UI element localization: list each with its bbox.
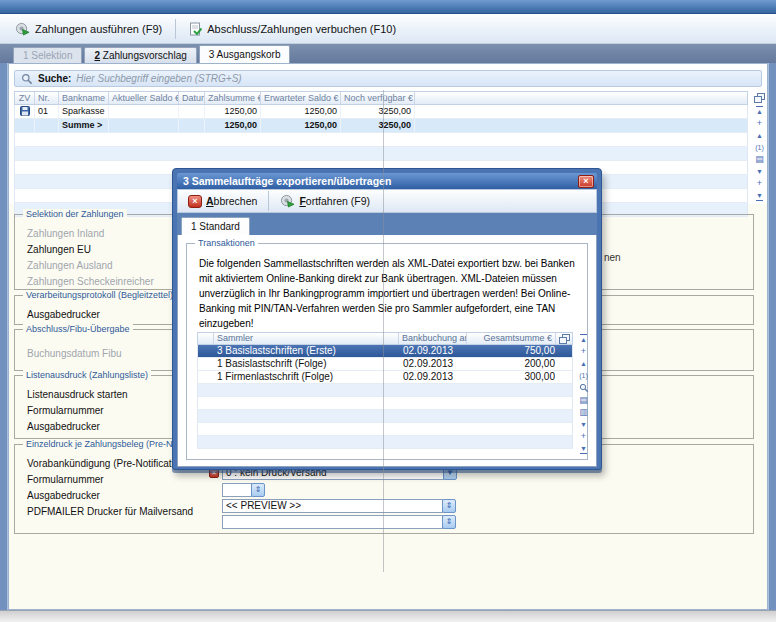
window-titlebar: [0, 0, 776, 14]
dialog-message: Die folgenden Sammellastschriften werden…: [187, 244, 587, 337]
vertical-divider-line: [383, 90, 384, 572]
empty-row: [197, 436, 573, 449]
format-icon[interactable]: ▤: [755, 155, 764, 164]
col-bankbuchung[interactable]: Bankbuchung am: [399, 333, 467, 344]
window-frame-left: [0, 63, 8, 610]
table-sum-row[interactable]: Summe > 1250,00 1250,00 3250,00: [14, 119, 748, 133]
grid-nav-strip: ▲ + ▲ (1) ▤ ▼ + ▼: [753, 93, 766, 201]
red-x-icon: ×: [188, 195, 202, 208]
cancel-button[interactable]: × Abbrechen: [182, 193, 263, 210]
group-title: Listenausdruck (Zahlungsliste): [23, 370, 151, 380]
execute-payments-button[interactable]: Zahlungen ausführen (F9): [7, 19, 170, 39]
partial-hidden-label: nen: [604, 252, 621, 263]
group-title: Verarbeitungsprotokoll (Begleitzettel): [23, 290, 176, 300]
table-row[interactable]: 3 Basislastschriften (Erste) 02.09.2013 …: [197, 345, 573, 358]
export-dialog: 3 Sammelaufträge exportieren/übertragen …: [172, 168, 602, 470]
toolbar-separator: [175, 19, 176, 39]
first-row-icon[interactable]: ▲: [580, 334, 587, 344]
insert-row-icon[interactable]: +: [581, 347, 586, 356]
last-row-icon[interactable]: ▼: [580, 444, 587, 454]
copy-pages-icon[interactable]: [556, 333, 572, 344]
close-icon[interactable]: ×: [578, 175, 594, 188]
group-title: Transaktionen: [195, 238, 258, 248]
first-row-icon[interactable]: ▲: [756, 106, 763, 116]
tab-standard[interactable]: 1 Standard: [181, 217, 250, 235]
main-tabstrip: 1 Selektion 2 Zahlungsvorschlag 3 Ausgan…: [0, 44, 776, 63]
search-bar[interactable]: Suche: Hier Suchbegriff eingeben (STRG+S…: [14, 70, 762, 87]
empty-row: [197, 423, 573, 436]
col-erwarteter-saldo[interactable]: Erwarteter Saldo €: [261, 92, 341, 104]
post-payments-button[interactable]: Abschluss/Zahlungen verbuchen (F10): [181, 19, 404, 39]
grid-nav-strip: ▲ + ▲ (1) ▤ ▥ ▼ + ▼: [577, 334, 590, 454]
magnifier-icon: [21, 73, 33, 85]
table-header-row[interactable]: Sammler Bankbuchung am Gesamtsumme €: [197, 332, 573, 345]
empty-row: [197, 410, 573, 423]
ausgabedrucker-combobox[interactable]: << PREVIEW >>: [222, 499, 443, 513]
group-transaktionen: Transaktionen Die folgenden Sammellastsc…: [186, 243, 588, 460]
continue-label: Fortfahren (F9): [299, 195, 370, 207]
tab-selektion[interactable]: 1 Selektion: [13, 47, 82, 63]
col-aktueller-saldo[interactable]: Aktueller Saldo €: [109, 92, 179, 104]
last-row-icon[interactable]: ▼: [756, 191, 763, 201]
dialog-panel: Transaktionen Die folgenden Sammellastsc…: [177, 235, 597, 467]
row-down-icon[interactable]: ▼: [580, 420, 587, 429]
tab-ausgangskorb[interactable]: 3 Ausgangskorb: [199, 45, 291, 63]
application-window: Zahlungen ausführen (F9) Abschluss/Zahlu…: [0, 0, 776, 622]
spinner-button[interactable]: ⇕: [251, 483, 265, 497]
single-record-icon[interactable]: (1): [755, 143, 764, 152]
spinner-button[interactable]: ⇕: [442, 515, 456, 529]
col-noch-verfuegbar[interactable]: Noch verfügbar €: [341, 92, 415, 104]
window-frame-right: [768, 63, 776, 610]
search-input[interactable]: Hier Suchbegriff eingeben (STRG+S): [76, 73, 241, 84]
page-check-icon: [189, 22, 202, 36]
dialog-toolbar: × Abbrechen Fortfahren (F9): [177, 189, 597, 213]
row-up-icon[interactable]: ▲: [756, 131, 763, 140]
append-row-icon[interactable]: +: [581, 432, 586, 441]
cancel-label: Abbrechen: [206, 195, 257, 207]
dialog-titlebar[interactable]: 3 Sammelaufträge exportieren/übertragen …: [177, 173, 597, 189]
formularnummer-input[interactable]: [222, 483, 252, 497]
pdfmailer-combobox[interactable]: [222, 515, 443, 529]
copy-pages-icon[interactable]: [754, 93, 765, 103]
col-zahlsumme[interactable]: Zahlsumme €: [205, 92, 261, 104]
col-gesamtsumme[interactable]: Gesamtsumme €: [467, 333, 557, 344]
table-row[interactable]: 01 Sparkasse 1250,00 1250,00 3250,00: [14, 105, 748, 119]
search-label: Suche:: [38, 73, 71, 84]
col-bankname[interactable]: Bankname: [59, 92, 109, 104]
wheel-green-arrow-icon: [280, 194, 295, 208]
dialog-title: 3 Sammelaufträge exportieren/übertragen: [180, 175, 578, 187]
main-toolbar: Zahlungen ausführen (F9) Abschluss/Zahlu…: [0, 14, 776, 44]
toolbar-separator: [268, 191, 269, 211]
col-zv[interactable]: ZV: [15, 92, 35, 104]
continue-button[interactable]: Fortfahren (F9): [274, 192, 376, 210]
col-selector: [198, 333, 214, 344]
append-row-icon[interactable]: +: [757, 179, 762, 188]
tab-zahlungsvorschlag[interactable]: 2 Zahlungsvorschlag: [84, 47, 196, 63]
group-title: Selektion der Zahlungen: [23, 209, 127, 219]
window-frame-bottom: [0, 610, 776, 622]
filter-icon[interactable]: ▥: [579, 408, 588, 417]
single-record-icon[interactable]: (1): [579, 371, 588, 380]
sammler-table: Sammler Bankbuchung am Gesamtsumme € 3: [197, 332, 573, 449]
dialog-tabstrip: 1 Standard: [177, 213, 597, 235]
empty-row: [14, 133, 748, 147]
wheel-green-arrow-icon: [15, 22, 30, 36]
table-row[interactable]: 1 Firmenlastschrift (Folge) 02.09.2013 3…: [197, 371, 573, 384]
table-row[interactable]: 1 Basislastschrift (Folge) 02.09.2013 20…: [197, 358, 573, 371]
col-sammler[interactable]: Sammler: [214, 333, 399, 344]
execute-payments-label: Zahlungen ausführen (F9): [35, 23, 162, 35]
group-title: Abschluss/Fibu-Übergabe: [23, 324, 133, 334]
col-nr[interactable]: Nr.: [35, 92, 59, 104]
empty-row: [197, 397, 573, 410]
row-down-icon[interactable]: ▼: [756, 167, 763, 176]
post-payments-label: Abschluss/Zahlungen verbuchen (F10): [207, 23, 396, 35]
format-icon[interactable]: ▤: [579, 396, 588, 405]
spinner-button[interactable]: ⇕: [442, 499, 456, 513]
magnifier-icon[interactable]: [579, 383, 589, 393]
table-header-row[interactable]: ZV Nr. Bankname Aktueller Saldo € Datum …: [14, 91, 748, 105]
col-datum[interactable]: Datum: [179, 92, 205, 104]
insert-row-icon[interactable]: +: [757, 119, 762, 128]
empty-row: [197, 384, 573, 397]
empty-row: [14, 147, 748, 161]
row-up-icon[interactable]: ▲: [580, 359, 587, 368]
